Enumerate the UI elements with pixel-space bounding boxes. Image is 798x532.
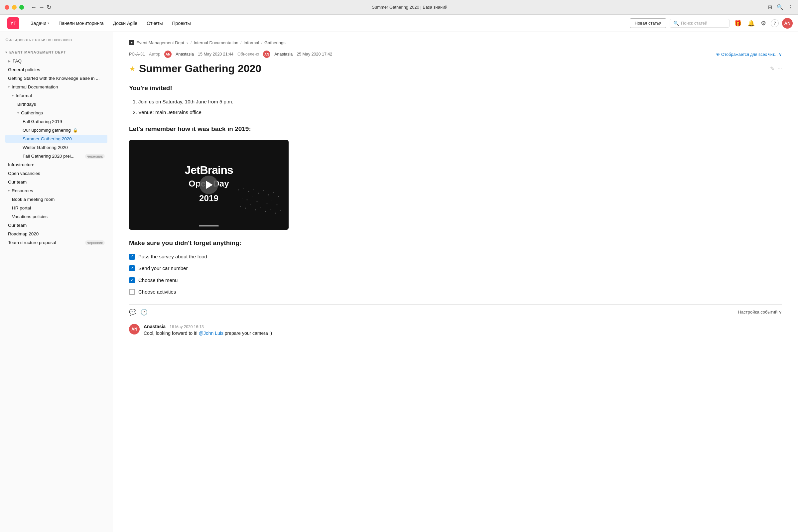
sidebar-item-upcoming[interactable]: Our upcoming gathering 🔒 — [5, 126, 108, 134]
breadcrumb-gatherings[interactable]: Gatherings — [264, 40, 286, 45]
comment-icon[interactable]: 💬 — [129, 308, 136, 316]
video-brand: JetBrains — [185, 164, 233, 176]
maximize-button[interactable] — [19, 5, 24, 10]
refresh-button[interactable]: ↻ — [46, 4, 52, 10]
draft-badge: черновик — [85, 154, 105, 158]
checkbox-4[interactable] — [129, 289, 135, 295]
invite-item-1: Join us on Saturday, 10th June from 5 p.… — [138, 97, 402, 106]
sidebar-item-roadmap[interactable]: Roadmap 2020 — [5, 230, 108, 238]
comment-settings[interactable]: Настройка событий ∨ — [738, 309, 782, 315]
article-meta: PC-A-31 Автор AN Anastasia 15 May 2020 2… — [129, 51, 782, 58]
nav-reports[interactable]: Отчеты — [142, 19, 167, 28]
forward-button[interactable]: → — [39, 4, 44, 10]
bell-icon[interactable]: 🔔 — [746, 18, 756, 28]
video-dots — [235, 187, 282, 220]
nav-tasks[interactable]: Задачи ▾ — [26, 19, 53, 28]
checkmark-2: ✓ — [130, 265, 134, 272]
sidebar-item-internal-docs[interactable]: ▾ Internal Documentation — [5, 83, 108, 91]
internal-docs-chevron-icon: ▾ — [8, 85, 10, 89]
sidebar-item-winter-2020[interactable]: Winter Gathering 2020 — [5, 143, 108, 152]
svg-point-10 — [247, 199, 248, 200]
sidebar-item-birthdays[interactable]: Birthdays — [5, 100, 108, 108]
author-avatar: AN — [164, 51, 172, 58]
sidebar-item-vacations[interactable]: Vacations policies — [5, 212, 108, 221]
svg-point-15 — [272, 200, 272, 201]
sidebar-item-faq[interactable]: ▶ FAQ — [5, 57, 108, 65]
svg-point-11 — [252, 196, 252, 197]
comment-row: AN Anastasia 16 May 2020 16:13 Cool, loo… — [129, 320, 782, 340]
sidebar-item-getting-started[interactable]: Getting Started with the Knowledge Base … — [5, 74, 108, 82]
updated-name: Anastasia — [274, 52, 292, 57]
sidebar-item-team-structure[interactable]: Team structure proposal черновик — [5, 239, 108, 247]
svg-point-7 — [273, 192, 274, 193]
checklist-item-3: ✓ Choose the menu — [129, 276, 402, 285]
comment-mention[interactable]: @John Luis — [199, 330, 224, 336]
app-logo[interactable]: YT — [7, 17, 19, 29]
new-article-button[interactable]: Новая статья — [630, 18, 666, 28]
sidebar: Фильтровать статьи по названию ▾ EVENT M… — [0, 32, 113, 532]
svg-point-5 — [263, 190, 264, 191]
search-icon: 🔍 — [673, 21, 679, 26]
user-avatar[interactable]: AN — [782, 18, 793, 28]
help-icon[interactable]: ? — [771, 19, 779, 27]
svg-point-13 — [262, 199, 262, 200]
search-box[interactable]: 🔍 Поиск статей — [670, 19, 729, 27]
breadcrumb-dept[interactable]: Event Management Dept — [136, 40, 184, 45]
video-progress — [199, 225, 219, 226]
history-icon[interactable]: 🕐 — [140, 308, 148, 316]
video-thumbnail[interactable]: JetBrains Open Day 2019 — [129, 140, 289, 230]
breadcrumb-internal-docs[interactable]: Internal Documentation — [193, 40, 238, 45]
minimize-button[interactable] — [12, 5, 17, 10]
sidebar-item-informal[interactable]: ▾ Informal — [5, 92, 108, 100]
checklist-item-2: ✓ Send your car number — [129, 264, 402, 273]
layout: Фильтровать статьи по названию ▾ EVENT M… — [0, 32, 798, 532]
updated-avatar: AN — [263, 51, 270, 58]
video-play-button[interactable] — [200, 175, 218, 194]
sidebar-item-hr-portal[interactable]: HR portal — [5, 204, 108, 212]
breadcrumb-informal[interactable]: Informal — [243, 40, 259, 45]
translate-icon[interactable]: ⊞ — [768, 4, 772, 10]
svg-point-17 — [240, 206, 241, 207]
settings-chevron-icon: ∨ — [779, 309, 782, 315]
nav-right: Новая статья 🔍 Поиск статей 🎁 🔔 ⚙ ? AN — [630, 18, 793, 28]
breadcrumb-sep2: / — [241, 40, 242, 45]
checkbox-3[interactable]: ✓ — [129, 277, 135, 283]
traffic-lights — [5, 5, 24, 10]
checklist: ✓ Pass the survey about the food ✓ Send … — [129, 252, 402, 296]
settings-icon[interactable]: ⚙ — [759, 18, 767, 28]
checklist-item-4: Choose activities — [129, 288, 402, 296]
sidebar-item-our-team-top[interactable]: Our team — [5, 221, 108, 229]
sidebar-item-open-vacancies[interactable]: Open vacancies — [5, 169, 108, 177]
logo-area: YT — [5, 15, 21, 31]
comment-author: Anastasia — [144, 324, 166, 329]
visibility-chevron-icon: ∨ — [779, 52, 782, 57]
more-icon[interactable]: ⋮ — [788, 4, 793, 10]
article-title-row: ★ Summer Gathering 2020 ✎ ··· — [129, 62, 782, 75]
sidebar-item-general-policies[interactable]: General policies — [5, 65, 108, 74]
sidebar-item-resources[interactable]: ▾ Resources — [5, 187, 108, 195]
more-icon[interactable]: ··· — [778, 66, 782, 72]
search-icon[interactable]: 🔍 — [777, 4, 783, 10]
close-button[interactable] — [5, 5, 9, 10]
section-title[interactable]: ▾ EVENT MANAGEMENT DEPT — [5, 49, 108, 56]
checkbox-1[interactable]: ✓ — [129, 254, 135, 260]
article-body: You're invited! Join us on Saturday, 10t… — [129, 83, 402, 296]
back-button[interactable]: ← — [31, 4, 37, 10]
sidebar-item-meeting-room[interactable]: Book a meeting room — [5, 195, 108, 204]
checkbox-2[interactable]: ✓ — [129, 265, 135, 271]
sidebar-item-infrastructure[interactable]: Infrastructure — [5, 160, 108, 169]
nav-projects[interactable]: Проекты — [168, 19, 195, 28]
gift-icon[interactable]: 🎁 — [733, 18, 743, 28]
sidebar-item-fall-2020[interactable]: Fall Gathering 2020 prel... черновик — [5, 152, 108, 160]
visibility-toggle[interactable]: 👁 Отображается для всех чит... ∨ — [716, 52, 782, 57]
star-icon[interactable]: ★ — [129, 64, 136, 73]
sidebar-item-fall-2019[interactable]: Fall Gathering 2019 — [5, 117, 108, 126]
sidebar-item-summer-2020[interactable]: Summer Gathering 2020 — [5, 135, 108, 143]
nav-dashboards[interactable]: Панели мониторинга — [55, 19, 108, 28]
checklist-item-1: ✓ Pass the survey about the food — [129, 252, 402, 261]
nav-agile[interactable]: Доски Agile — [109, 19, 141, 28]
edit-icon[interactable]: ✎ — [770, 65, 774, 72]
svg-point-9 — [242, 198, 242, 198]
sidebar-item-our-team[interactable]: Our team — [5, 178, 108, 186]
sidebar-item-gatherings[interactable]: ▾ Gatherings — [5, 109, 108, 117]
